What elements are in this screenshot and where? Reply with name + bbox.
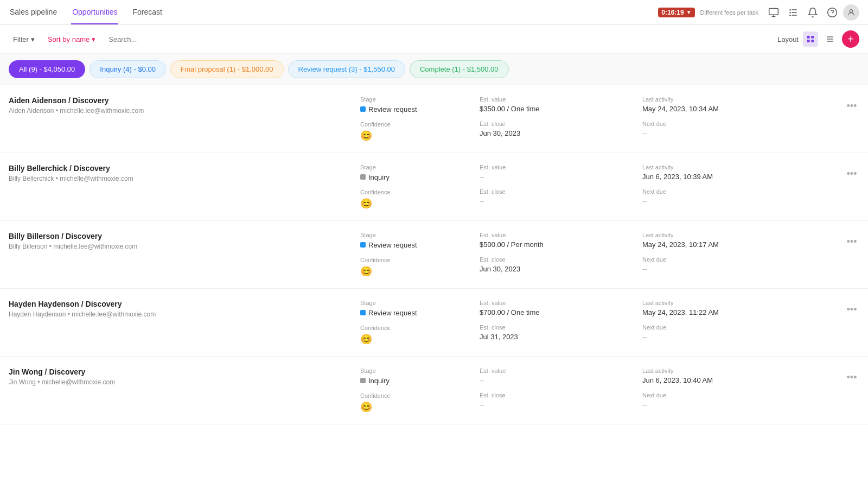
next-due-value: -- — [642, 197, 805, 205]
opp-activity-col: Last activity May 24, 2023, 10:17 AM Nex… — [642, 232, 805, 273]
next-due-value: -- — [642, 129, 805, 137]
next-due-value: -- — [642, 401, 805, 409]
stage-badge: Review request — [360, 241, 417, 249]
opp-info: Billy Billerson / Discovery Billy Biller… — [9, 232, 360, 250]
next-due-field: Next due -- — [642, 256, 805, 273]
more-options-button[interactable]: ••• — [844, 370, 859, 385]
more-options-button[interactable]: ••• — [844, 302, 859, 317]
stage-value: Review request — [368, 105, 417, 113]
grid-layout-icon[interactable] — [803, 31, 818, 47]
est-close-field: Est. close -- — [480, 392, 642, 409]
next-due-value: -- — [642, 265, 805, 273]
last-activity-label: Last activity — [642, 96, 805, 103]
tab-opportunities[interactable]: Opportunities — [71, 0, 118, 24]
more-options-button[interactable]: ••• — [844, 234, 859, 249]
est-close-value: -- — [480, 401, 642, 409]
est-close-label: Est. close — [480, 121, 642, 127]
tab-sales-pipeline[interactable]: Sales pipeline — [9, 0, 58, 24]
est-close-value: -- — [480, 197, 642, 205]
est-close-field: Est. close Jun 30, 2023 — [480, 256, 642, 273]
next-due-field: Next due -- — [642, 121, 805, 137]
next-due-label: Next due — [642, 188, 805, 195]
opp-sub: Billy Billerson • michelle.lee@withmoxie… — [9, 243, 360, 250]
next-due-label: Next due — [642, 256, 805, 263]
stage-tab-final[interactable]: Final proposal (1) - $1,000.00 — [170, 60, 284, 78]
opp-activity-col: Last activity Jun 6, 2023, 10:39 AM Next… — [642, 164, 805, 205]
table-row[interactable]: Aiden Aidenson / Discovery Aiden Aidenso… — [0, 85, 868, 153]
avatar[interactable] — [843, 4, 859, 21]
stage-tab-review[interactable]: Review request (3) - $1,550.00 — [288, 60, 405, 78]
table-row[interactable]: Billy Billerson / Discovery Billy Biller… — [0, 221, 868, 289]
bell-icon[interactable] — [804, 4, 821, 21]
stage-label: Stage — [360, 164, 480, 170]
checklist-icon[interactable] — [784, 4, 802, 21]
stage-badge: Inquiry — [360, 377, 390, 385]
last-activity-label: Last activity — [642, 367, 805, 374]
confidence-icon: 😊 — [360, 130, 480, 142]
more-options-button[interactable]: ••• — [844, 98, 859, 113]
est-close-label: Est. close — [480, 324, 642, 331]
confidence-field: Confidence 😊 — [360, 121, 480, 142]
est-value-label: Est. value — [480, 164, 642, 170]
filter-button[interactable]: Filter ▾ — [9, 33, 39, 46]
opp-info: Aiden Aidenson / Discovery Aiden Aidenso… — [9, 96, 360, 115]
est-close-label: Est. close — [480, 256, 642, 263]
svg-rect-9 — [807, 36, 810, 39]
last-activity-value: Jun 6, 2023, 10:39 AM — [642, 173, 805, 181]
stage-tab-inquiry[interactable]: Inquiry (4) - $0.00 — [90, 60, 166, 78]
est-value: -- — [480, 376, 642, 384]
opp-name: Hayden Haydenson / Discovery — [9, 300, 360, 308]
table-row[interactable]: Jin Wong / Discovery Jin Wong • michelle… — [0, 357, 868, 424]
next-due-field: Next due -- — [642, 188, 805, 205]
timer-container: 0:16:19 ▼ Different fees per task — [658, 8, 758, 17]
svg-rect-10 — [811, 36, 814, 39]
opp-activity-col: Last activity May 24, 2023, 10:34 AM Nex… — [642, 96, 805, 137]
timer-arrow-icon: ▼ — [686, 9, 692, 15]
add-button[interactable]: + — [842, 30, 859, 48]
sort-button[interactable]: Sort by name ▾ — [43, 33, 100, 46]
filter-chevron-icon: ▾ — [31, 35, 35, 43]
confidence-label: Confidence — [360, 257, 480, 263]
opp-stage-col: Stage Inquiry Confidence 😊 — [360, 164, 480, 210]
confidence-label: Confidence — [360, 189, 480, 195]
stage-tab-complete[interactable]: Complete (1) - $1,500.00 — [410, 60, 509, 78]
opp-sub: Billy Bellerchick • michelle@withmoxie.c… — [9, 175, 360, 182]
timer-value: 0:16:19 — [661, 9, 684, 16]
opp-activity-col: Last activity Jun 6, 2023, 10:40 AM Next… — [642, 367, 805, 409]
svg-rect-11 — [807, 40, 810, 42]
last-activity-label: Last activity — [642, 300, 805, 306]
nav-icons — [765, 4, 859, 21]
confidence-label: Confidence — [360, 392, 480, 399]
stage-label: Stage — [360, 232, 480, 238]
svg-point-6 — [828, 8, 837, 17]
table-row[interactable]: Hayden Haydenson / Discovery Hayden Hayd… — [0, 289, 868, 357]
confidence-icon: 😊 — [360, 198, 480, 210]
search-input[interactable] — [104, 33, 773, 46]
next-due-label: Next due — [642, 121, 805, 127]
tab-forecast[interactable]: Forecast — [131, 0, 163, 24]
filter-label: Filter — [13, 35, 29, 43]
last-activity-value: May 24, 2023, 10:34 AM — [642, 105, 805, 113]
last-activity-label: Last activity — [642, 232, 805, 238]
last-activity-value: May 24, 2023, 10:17 AM — [642, 240, 805, 249]
last-activity-value: Jun 6, 2023, 10:40 AM — [642, 376, 805, 384]
stage-value: Review request — [368, 309, 417, 317]
stage-value: Inquiry — [368, 173, 390, 181]
timer-badge[interactable]: 0:16:19 ▼ — [658, 8, 694, 17]
table-row[interactable]: Billy Bellerchick / Discovery Billy Bell… — [0, 153, 868, 221]
opp-actions: ••• — [805, 300, 859, 317]
monitor-icon[interactable] — [765, 4, 782, 21]
confidence-icon: 😊 — [360, 333, 480, 345]
stage-label: Stage — [360, 300, 480, 306]
help-icon[interactable] — [824, 4, 841, 21]
more-options-button[interactable]: ••• — [844, 166, 859, 181]
opp-name: Aiden Aidenson / Discovery — [9, 96, 360, 105]
est-close-label: Est. close — [480, 188, 642, 195]
stage-tab-all[interactable]: All (9) - $4,050.00 — [9, 60, 85, 78]
list-layout-icon[interactable] — [822, 31, 838, 47]
confidence-field: Confidence 😊 — [360, 392, 480, 413]
est-value: $350.00 / One time — [480, 105, 642, 113]
est-value: -- — [480, 173, 642, 181]
est-close-label: Est. close — [480, 392, 642, 398]
confidence-field: Confidence 😊 — [360, 189, 480, 210]
